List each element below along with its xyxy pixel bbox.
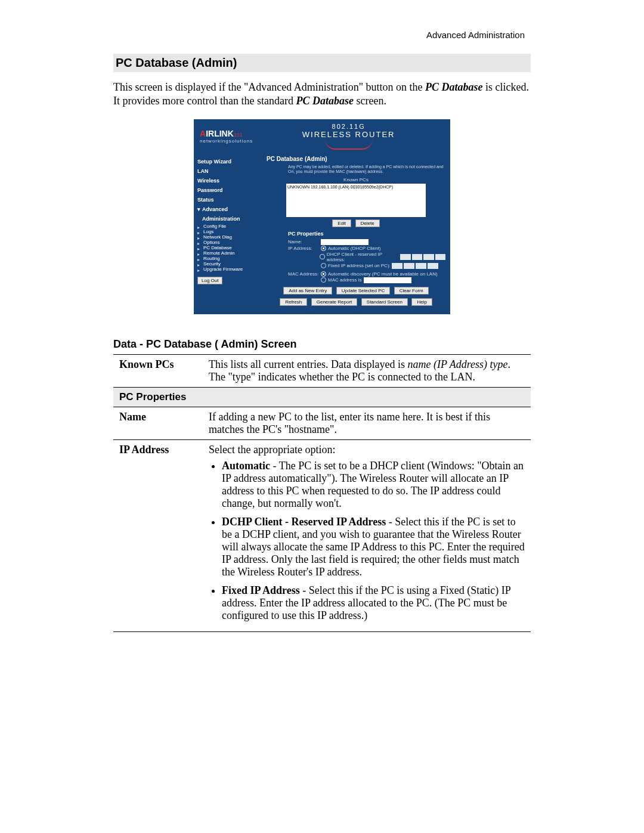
router-main-title: PC Database (Admin) (267, 156, 445, 162)
mac-input[interactable] (364, 277, 411, 283)
ip-oct-2[interactable] (412, 254, 422, 260)
known-pcs-entry[interactable]: UNKNOWN 192.168.1.100 (LAN) 0030185509e2… (287, 185, 393, 189)
ip-opt-auto: Automatic (DHCP Client) (328, 246, 380, 251)
ip-bullet-automatic: Automatic - The PC is set to be a DHCP c… (222, 460, 525, 510)
delete-button[interactable]: Delete (355, 219, 380, 227)
page-header-right: Advanced Administration (426, 30, 525, 40)
update-pc-button[interactable]: Update Selected PC (336, 287, 391, 295)
ip-bullet-reserved: DCHP Client - Reserved IP Address - Sele… (222, 516, 525, 578)
nav-upgrade-firmware[interactable]: Upgrade Firmware (197, 267, 264, 272)
router-main-note: Any PC may be added, edited or deleted. … (288, 165, 445, 175)
nav-status[interactable]: Status (197, 195, 264, 205)
nav-config-file[interactable]: Config File (197, 224, 264, 229)
intro-em-2: PC Database (296, 95, 354, 107)
intro-em-1: PC Database (425, 81, 483, 93)
logo-101: 101 (234, 132, 243, 138)
help-button[interactable]: Help (411, 298, 432, 306)
known-pcs-label-cell: Known PCs (113, 354, 203, 387)
pc-properties-header: PC Properties (113, 387, 531, 407)
nav-logs[interactable]: Logs (197, 229, 264, 234)
data-section-title: Data - PC Database ( Admin) Screen (113, 338, 531, 351)
ip-b3-lead: Fixed IP Address (222, 584, 300, 596)
add-entry-button[interactable]: Add as New Entry (283, 287, 332, 295)
nav-network-diag[interactable]: Network Diag (197, 234, 264, 240)
nav-security[interactable]: Security (197, 261, 264, 267)
mac-opt-auto: Automatic discovery (PC must be availabl… (328, 271, 438, 277)
prop-name-label: Name: (288, 239, 321, 244)
edit-button[interactable]: Edit (332, 219, 351, 227)
known-pcs-desc-cell: This lists all current entries. Data dis… (203, 354, 531, 387)
nav-password[interactable]: Password (197, 185, 264, 195)
name-desc-cell: If adding a new PC to the list, enter it… (203, 407, 531, 439)
standard-screen-button[interactable]: Standard Screen (361, 298, 408, 306)
fip-oct-3[interactable] (416, 263, 426, 269)
data-table: Known PCs This lists all current entries… (113, 354, 531, 632)
nav-administration[interactable]: Administration (197, 214, 264, 224)
nav-routing[interactable]: Routing (197, 256, 264, 261)
router-title-arc-icon (325, 139, 373, 150)
ip-oct-4[interactable] (435, 254, 445, 260)
nav-pc-database[interactable]: PC Database (197, 245, 264, 250)
ip-b1-lead: Automatic (222, 460, 270, 472)
generate-report-button[interactable]: Generate Report (311, 298, 358, 306)
ip-opt-fixed: Fixed IP address (set on PC): (328, 263, 391, 268)
ip-radio-reserved[interactable] (320, 254, 325, 259)
intro-paragraph: This screen is displayed if the "Advance… (113, 80, 531, 109)
known-pcs-label: Known PCs (267, 177, 445, 182)
router-title-2: WIRELESS ROUTER (253, 130, 444, 139)
ip-oct-1[interactable] (400, 254, 410, 260)
known-pcs-listbox[interactable]: UNKNOWN 192.168.1.100 (LAN) 0030185509e2… (286, 184, 426, 217)
intro-text: This screen is displayed if the "Advance… (113, 81, 425, 93)
clear-form-button[interactable]: Clear Form (394, 287, 429, 295)
ip-desc-cell: Select the appropriate option: Automatic… (203, 439, 531, 631)
router-title-1: 802.11G (253, 123, 444, 130)
nav-advanced[interactable]: Advanced (197, 205, 264, 214)
ip-bullet-fixed: Fixed IP Address - Select this if the PC… (222, 584, 525, 622)
fip-oct-1[interactable] (392, 263, 402, 269)
ip-oct-3[interactable] (423, 254, 434, 260)
router-screenshot: AIRLINK101 networkingsolutions 802.11G W… (194, 119, 450, 314)
table-row: IP Address Select the appropriate option… (113, 439, 531, 631)
nav-setup-wizard[interactable]: Setup Wizard (197, 157, 264, 166)
known-desc-b: name (IP Address) type (407, 358, 507, 370)
fip-oct-2[interactable] (404, 263, 414, 269)
mac-radio-auto[interactable] (321, 271, 326, 277)
logout-button[interactable]: Log Out (197, 277, 222, 284)
refresh-button[interactable]: Refresh (280, 298, 307, 306)
router-title-block: 802.11G WIRELESS ROUTER (253, 123, 444, 150)
nav-options[interactable]: Options (197, 240, 264, 245)
router-logo: AIRLINK101 networkingsolutions (200, 129, 253, 144)
table-row: Known PCs This lists all current entries… (113, 354, 531, 387)
router-nav: Setup Wizard LAN Wireless Password Statu… (194, 153, 264, 314)
ip-label-cell: IP Address (113, 439, 203, 631)
ip-radio-auto[interactable] (321, 246, 326, 251)
prop-ip-label: IP Address: (288, 246, 321, 251)
name-label-cell: Name (113, 407, 203, 439)
known-desc-a: This lists all current entries. Data dis… (209, 358, 407, 370)
ip-opt-reserved: DHCP Client - reserved IP address: (327, 252, 400, 262)
nav-lan[interactable]: LAN (197, 166, 264, 176)
mac-radio-manual[interactable] (321, 277, 326, 283)
ip-radio-fixed[interactable] (321, 263, 326, 268)
fip-oct-4[interactable] (428, 263, 438, 269)
pc-properties-title: PC Properties (288, 231, 445, 237)
name-input[interactable] (321, 239, 369, 245)
logo-a: A (200, 129, 206, 138)
ip-intro: Select the appropriate option: (209, 444, 525, 456)
nav-remote-admin[interactable]: Remote Admin (197, 250, 264, 256)
logo-tagline: networkingsolutions (200, 138, 253, 144)
table-row: Name If adding a new PC to the list, ent… (113, 407, 531, 439)
table-section-header: PC Properties (113, 387, 531, 407)
ip-b2-lead: DCHP Client - Reserved IP Address (222, 516, 386, 528)
section-title: PC Database (Admin) (113, 54, 531, 72)
prop-mac-label: MAC Address: (288, 271, 321, 277)
mac-opt-manual: MAC address is (328, 277, 361, 283)
intro-text-3: screen. (354, 95, 386, 107)
logo-irlink: IRLINK (206, 129, 234, 138)
nav-wireless[interactable]: Wireless (197, 176, 264, 185)
